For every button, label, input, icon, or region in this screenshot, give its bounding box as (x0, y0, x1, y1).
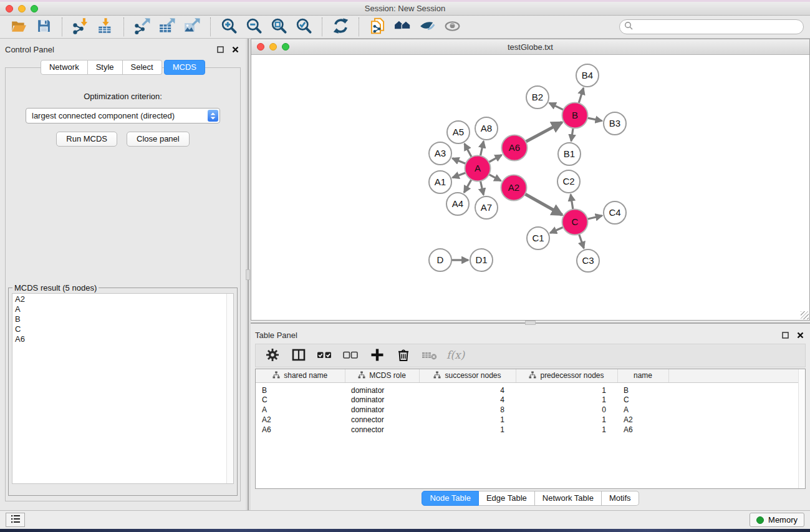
show-all-button[interactable] (440, 17, 465, 37)
table-row[interactable]: Adominator80A (256, 405, 805, 415)
table-row[interactable]: Cdominator41C (256, 395, 805, 405)
list-scrollbar[interactable] (226, 294, 233, 483)
column-header-successor-nodes[interactable]: successor nodes (419, 369, 516, 382)
tab-network[interactable]: Network (41, 60, 88, 75)
table-cell[interactable]: 1 (516, 425, 617, 435)
table-cell[interactable]: A6 (617, 425, 668, 435)
graph-edge-B-B4[interactable] (579, 88, 584, 103)
graph-edge-A-A6[interactable] (489, 155, 502, 163)
zoom-window-button[interactable] (31, 5, 38, 12)
column-header-shared-name[interactable]: shared name (256, 369, 345, 382)
graph-edge-A-A7[interactable] (480, 181, 483, 195)
table-cell[interactable]: 8 (419, 405, 516, 415)
graph-edge-A-A4[interactable] (464, 180, 471, 193)
table-cell[interactable]: 1 (516, 415, 617, 425)
table-cell[interactable]: dominator (345, 405, 419, 415)
table-settings-button[interactable] (262, 346, 282, 365)
tab-motifs[interactable]: Motifs (602, 491, 639, 506)
split-panel-button[interactable] (288, 346, 309, 365)
tab-node-table[interactable]: Node Table (422, 491, 479, 506)
network-canvas[interactable]: B4B2BB3A8A5A6B1A3AC2A1A2A4A7C4CC1C3DD1 (251, 55, 809, 320)
zoom-out-button[interactable] (241, 17, 266, 37)
apply-preferred-layout-button[interactable] (328, 17, 353, 37)
close-panel-icon[interactable] (231, 46, 239, 54)
import-table-button[interactable] (93, 17, 118, 37)
horizontal-split-divider[interactable] (251, 321, 810, 326)
table-cell[interactable]: A2 (256, 415, 345, 425)
search-input[interactable] (634, 22, 799, 32)
close-panel-button[interactable]: Close panel (127, 132, 190, 147)
table-row[interactable]: Bdominator41B (256, 382, 805, 395)
table-cell[interactable]: 4 (419, 382, 516, 395)
deselect-all-rows-button[interactable] (340, 346, 361, 365)
graph-edge-C-C3[interactable] (579, 234, 584, 248)
graph-edge-C-C2[interactable] (571, 195, 573, 210)
open-session-button[interactable] (6, 17, 31, 37)
close-panel-icon[interactable] (796, 331, 804, 339)
table-cell[interactable]: A6 (256, 425, 345, 435)
memory-button[interactable]: Memory (750, 513, 804, 527)
divider-drag-handle[interactable] (525, 321, 536, 325)
graph-edge-A2-C[interactable] (525, 194, 562, 215)
divider-drag-handle[interactable] (246, 269, 250, 280)
zoom-in-button[interactable] (216, 17, 241, 37)
minimize-window-button[interactable] (18, 5, 26, 12)
table-row[interactable]: A2connector11A2 (256, 415, 805, 425)
graph-edge-A-A8[interactable] (480, 142, 483, 157)
network-close-button[interactable] (257, 43, 264, 51)
table-cell[interactable]: 1 (516, 382, 617, 395)
graph-edge-B-B1[interactable] (571, 128, 573, 141)
zoom-fit-button[interactable] (266, 17, 291, 37)
hide-selected-button[interactable] (415, 17, 440, 37)
table-cell[interactable]: C (256, 395, 345, 405)
tab-edge-table[interactable]: Edge Table (479, 491, 535, 506)
vertical-split-divider[interactable] (246, 39, 251, 510)
import-network-button[interactable] (68, 17, 93, 37)
run-mcds-button[interactable]: Run MCDS (56, 132, 117, 147)
select-all-rows-button[interactable] (314, 346, 335, 365)
criterion-select[interactable]: largest connected component (directed) (26, 108, 220, 123)
graph-edge-B-B3[interactable] (587, 118, 602, 121)
table-scrollbar[interactable] (798, 369, 805, 488)
graph-edge-A-A5[interactable] (465, 144, 471, 157)
tab-network-table[interactable]: Network Table (535, 491, 602, 506)
mcds-result-item[interactable]: A6 (15, 334, 233, 344)
table-cell[interactable]: 1 (419, 425, 516, 435)
network-minimize-button[interactable] (269, 43, 277, 51)
graph-edge-C-C4[interactable] (587, 216, 602, 220)
export-image-button[interactable] (180, 17, 205, 37)
export-table-button[interactable] (155, 17, 180, 37)
table-cell[interactable]: A (617, 405, 668, 415)
new-network-from-selection-button[interactable] (365, 17, 390, 37)
column-header-predecessor-nodes[interactable]: predecessor nodes (516, 369, 617, 382)
create-column-button[interactable] (367, 346, 387, 365)
column-header-MCDS-role[interactable]: MCDS role (345, 369, 419, 382)
network-graph[interactable]: B4B2BB3A8A5A6B1A3AC2A1A2A4A7C4CC1C3DD1 (251, 55, 809, 320)
table-cell[interactable]: B (256, 382, 345, 395)
first-neighbors-button[interactable] (390, 17, 415, 37)
table-cell[interactable]: A2 (617, 415, 668, 425)
task-history-button[interactable] (6, 513, 25, 527)
table-cell[interactable]: A (256, 405, 345, 415)
mcds-result-item[interactable]: A (15, 304, 233, 314)
float-panel-icon[interactable] (781, 331, 789, 339)
table-cell[interactable]: 1 (516, 395, 617, 405)
export-network-button[interactable] (130, 17, 155, 37)
graph-edge-B-B2[interactable] (549, 103, 564, 110)
zoom-selected-button[interactable] (291, 17, 316, 37)
table-cell[interactable]: connector (345, 425, 419, 435)
mcds-result-item[interactable]: A2 (15, 294, 233, 304)
network-zoom-button[interactable] (282, 43, 289, 51)
graph-edge-A-A1[interactable] (453, 173, 466, 178)
table-row[interactable]: A6connector11A6 (256, 425, 805, 435)
tab-mcds[interactable]: MCDS (164, 60, 205, 75)
save-session-button[interactable] (31, 17, 56, 37)
table-cell[interactable]: 4 (419, 395, 516, 405)
delete-columns-button[interactable] (393, 346, 413, 365)
close-window-button[interactable] (6, 5, 13, 12)
float-panel-icon[interactable] (216, 46, 224, 54)
table-cell[interactable]: B (617, 382, 668, 395)
table-cell[interactable]: 1 (419, 415, 516, 425)
table-cell[interactable]: 0 (516, 405, 617, 415)
table-cell[interactable]: connector (345, 415, 419, 425)
